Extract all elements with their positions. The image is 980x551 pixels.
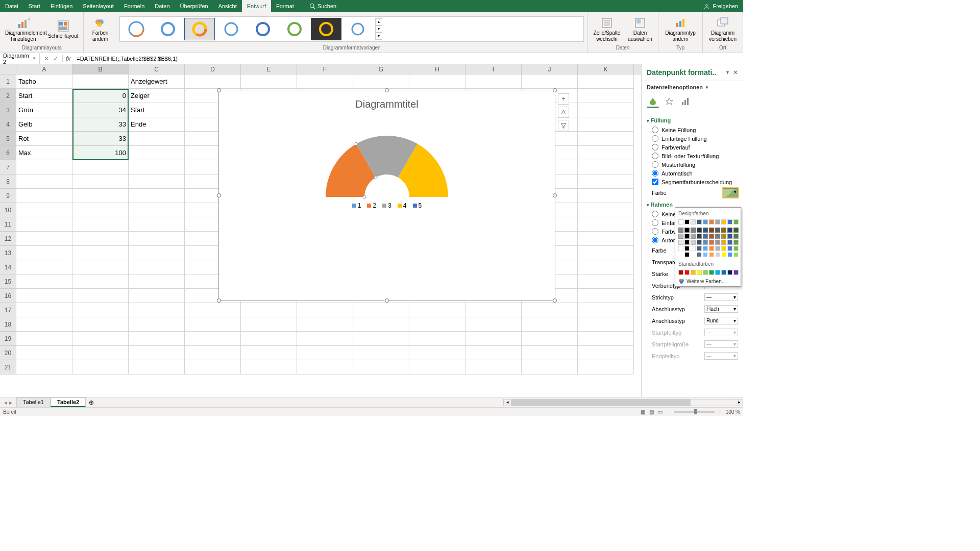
cell-K13[interactable]	[578, 246, 634, 260]
color-swatch[interactable]	[733, 228, 739, 233]
view-pagebreak-icon[interactable]: ▭	[658, 409, 663, 415]
cell-A8[interactable]	[16, 174, 72, 189]
cell-F19[interactable]	[297, 332, 353, 346]
color-swatch[interactable]	[697, 270, 702, 275]
cell-F1[interactable]	[297, 74, 353, 89]
color-swatch[interactable]	[684, 228, 690, 233]
chart-elements-button[interactable]: +	[558, 93, 569, 105]
row-header-4[interactable]: 4	[0, 117, 16, 132]
cell-A16[interactable]	[16, 289, 72, 303]
join-type-dropdown[interactable]: Rund▾	[704, 317, 738, 324]
cell-J20[interactable]	[522, 346, 578, 360]
color-swatch[interactable]	[684, 234, 690, 239]
cell-C6[interactable]	[129, 146, 185, 160]
menu-tab-seitenlayout[interactable]: Seitenlayout	[78, 0, 119, 12]
more-colors-button[interactable]: Weitere Farben...	[677, 276, 739, 284]
cell-B12[interactable]	[72, 232, 129, 246]
chart-style-8[interactable]	[342, 18, 373, 40]
cell-A12[interactable]	[16, 232, 72, 246]
cell-G17[interactable]	[353, 303, 409, 317]
cell-K2[interactable]	[578, 89, 634, 103]
dash-type-dropdown[interactable]: —▾	[704, 293, 738, 301]
cell-C2[interactable]: Zeiger	[129, 89, 185, 103]
color-swatch[interactable]	[697, 246, 702, 251]
row-header-13[interactable]: 13	[0, 246, 16, 260]
cell-C9[interactable]	[129, 189, 185, 203]
cell-K4[interactable]	[578, 117, 634, 132]
fill-none-radio[interactable]	[652, 127, 658, 133]
quick-layout-button[interactable]: Schnelllayout	[46, 18, 80, 40]
color-swatch[interactable]	[727, 270, 732, 275]
color-swatch[interactable]	[697, 252, 702, 257]
cell-C11[interactable]	[129, 217, 185, 232]
color-swatch[interactable]	[727, 246, 732, 251]
menu-tab-start[interactable]: Start	[23, 0, 45, 12]
cell-B6[interactable]: 100	[72, 146, 129, 160]
chart-style-4[interactable]	[216, 18, 247, 40]
chart-style-7[interactable]	[311, 18, 341, 40]
cell-H21[interactable]	[409, 360, 465, 374]
cell-I20[interactable]	[465, 346, 522, 360]
cell-K11[interactable]	[578, 217, 634, 232]
cell-I1[interactable]	[465, 74, 522, 89]
color-swatch[interactable]	[715, 240, 720, 245]
chart-style-3[interactable]	[184, 18, 215, 40]
col-header-J[interactable]: J	[522, 64, 578, 74]
cell-I19[interactable]	[465, 332, 522, 346]
color-swatch[interactable]	[678, 270, 683, 275]
cell-E19[interactable]	[241, 332, 297, 346]
cell-K1[interactable]	[578, 74, 634, 89]
cell-D18[interactable]	[185, 317, 241, 332]
color-swatch[interactable]	[733, 252, 739, 257]
color-swatch[interactable]	[727, 240, 732, 245]
color-swatch[interactable]	[691, 270, 696, 275]
color-swatch[interactable]	[709, 228, 714, 233]
cell-E21[interactable]	[241, 360, 297, 374]
row-header-10[interactable]: 10	[0, 203, 16, 217]
cell-K3[interactable]	[578, 103, 634, 117]
cell-C5[interactable]	[129, 132, 185, 146]
cell-B14[interactable]	[72, 260, 129, 274]
cell-C7[interactable]	[129, 160, 185, 174]
chart-style-6[interactable]	[279, 18, 310, 40]
color-swatch[interactable]	[709, 246, 714, 251]
row-header-12[interactable]: 12	[0, 232, 16, 246]
cell-B1[interactable]	[72, 74, 129, 89]
close-icon[interactable]: ✕	[733, 69, 738, 76]
row-header-5[interactable]: 5	[0, 132, 16, 146]
row-header-16[interactable]: 16	[0, 289, 16, 303]
cell-A11[interactable]	[16, 217, 72, 232]
color-swatch[interactable]	[684, 246, 690, 251]
cell-K5[interactable]	[578, 132, 634, 146]
color-swatch[interactable]	[733, 270, 739, 275]
cell-A17[interactable]	[16, 303, 72, 317]
cell-H1[interactable]	[409, 74, 465, 89]
color-swatch[interactable]	[715, 270, 720, 275]
color-swatch[interactable]	[721, 270, 726, 275]
color-swatch[interactable]	[697, 240, 702, 245]
cell-B8[interactable]	[72, 174, 129, 189]
sheet-tab-tabelle1[interactable]: Tabelle1	[16, 397, 51, 407]
gallery-up-button[interactable]: ▴	[375, 18, 382, 26]
row-header-3[interactable]: 3	[0, 103, 16, 117]
color-swatch[interactable]	[715, 252, 720, 257]
color-swatch[interactable]	[733, 240, 739, 245]
color-swatch[interactable]	[715, 228, 720, 233]
cell-B16[interactable]	[72, 289, 129, 303]
col-header-K[interactable]: K	[578, 64, 634, 74]
sheet-nav-prev[interactable]: ◂	[4, 399, 7, 406]
color-swatch[interactable]	[703, 219, 708, 224]
row-header-14[interactable]: 14	[0, 260, 16, 274]
effects-tab-icon[interactable]	[663, 95, 675, 108]
color-swatch[interactable]	[721, 240, 726, 245]
horizontal-scrollbar[interactable]: ◂▸	[503, 399, 743, 406]
cell-K6[interactable]	[578, 146, 634, 160]
chart-styles-button[interactable]	[558, 107, 569, 118]
menu-tab-einfügen[interactable]: Einfügen	[45, 0, 78, 12]
color-swatch[interactable]	[733, 234, 739, 239]
cell-A1[interactable]: Tacho	[16, 74, 72, 89]
menu-tab-ansicht[interactable]: Ansicht	[213, 0, 242, 12]
cell-C17[interactable]	[129, 303, 185, 317]
color-swatch[interactable]	[709, 219, 714, 224]
cell-E20[interactable]	[241, 346, 297, 360]
